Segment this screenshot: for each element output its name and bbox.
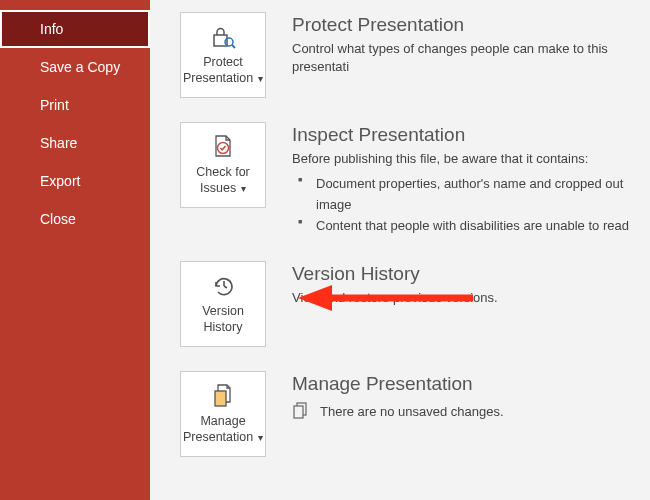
protect-presentation-title: Protect Presentation: [292, 14, 650, 36]
history-clock-icon: [210, 272, 236, 300]
tile-label: Check for Issues ▾: [196, 165, 250, 196]
svg-line-2: [232, 45, 235, 48]
manage-presentation-title: Manage Presentation: [292, 373, 650, 395]
sidebar-item-info[interactable]: Info: [0, 10, 150, 48]
svg-point-1: [225, 38, 233, 46]
sidebar-item-export[interactable]: Export: [0, 162, 150, 200]
sidebar-item-print[interactable]: Print: [0, 86, 150, 124]
sidebar-item-save-a-copy[interactable]: Save a Copy: [0, 48, 150, 86]
info-panel: Protect Presentation ▾ Protect Presentat…: [150, 0, 650, 500]
backstage-sidebar: Info Save a Copy Print Share Export Clos…: [0, 0, 150, 500]
tile-label: Protect Presentation ▾: [183, 55, 263, 86]
unsaved-changes-status: There are no unsaved changes.: [292, 401, 650, 422]
sidebar-item-close[interactable]: Close: [0, 200, 150, 238]
tile-label: Version History: [202, 304, 244, 335]
document-stack-icon: [211, 382, 235, 410]
inspect-presentation-intro: Before publishing this file, be aware th…: [292, 150, 650, 168]
sidebar-item-share[interactable]: Share: [0, 124, 150, 162]
document-check-icon: [211, 133, 235, 161]
tile-label: Manage Presentation ▾: [183, 414, 263, 445]
inspect-presentation-section: Check for Issues ▾ Inspect Presentation …: [150, 122, 650, 237]
list-item: Document properties, author's name and c…: [292, 174, 650, 216]
protect-presentation-desc: Control what types of changes people can…: [292, 40, 650, 76]
version-history-section: Version History Version History View and…: [150, 261, 650, 347]
svg-rect-8: [294, 406, 303, 418]
svg-rect-6: [215, 391, 226, 406]
manage-presentation-section: Manage Presentation ▾ Manage Presentatio…: [150, 371, 650, 457]
inspect-issues-list: Document properties, author's name and c…: [292, 174, 650, 236]
lock-search-icon: [210, 23, 236, 51]
list-item: Content that people with disabilities ar…: [292, 216, 650, 237]
protect-presentation-section: Protect Presentation ▾ Protect Presentat…: [150, 12, 650, 98]
version-history-desc: View and restore previous versions.: [292, 289, 650, 307]
manage-presentation-button[interactable]: Manage Presentation ▾: [180, 371, 266, 457]
version-history-button[interactable]: Version History: [180, 261, 266, 347]
check-for-issues-button[interactable]: Check for Issues ▾: [180, 122, 266, 208]
version-history-title: Version History: [292, 263, 650, 285]
inspect-presentation-title: Inspect Presentation: [292, 124, 650, 146]
protect-presentation-button[interactable]: Protect Presentation ▾: [180, 12, 266, 98]
document-copy-icon: [292, 401, 310, 422]
svg-line-5: [224, 286, 227, 288]
